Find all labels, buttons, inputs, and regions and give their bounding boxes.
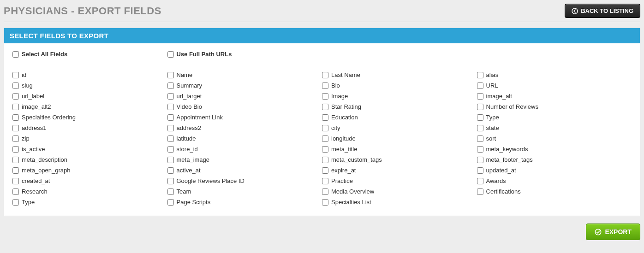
field-checkbox[interactable] [322,93,328,100]
field-item[interactable]: Video Bio [167,101,322,112]
field-checkbox[interactable] [167,157,174,163]
field-item[interactable]: Name [167,70,322,80]
field-item[interactable]: state [477,123,632,133]
field-item[interactable]: meta_keywords [477,144,632,154]
field-item[interactable]: Team [167,186,322,197]
field-item[interactable]: Practice [322,176,477,186]
field-checkbox[interactable] [12,146,19,153]
field-item[interactable]: latitude [167,133,322,144]
field-item[interactable]: Type [477,112,632,123]
full-path-checkbox[interactable] [167,51,174,58]
field-item[interactable]: URL [477,80,632,91]
field-item[interactable]: city [322,123,477,133]
field-checkbox[interactable] [322,157,328,163]
field-item[interactable]: Awards [477,176,632,186]
field-item[interactable]: Bio [322,80,477,91]
field-checkbox[interactable] [322,72,328,78]
field-checkbox[interactable] [477,125,483,131]
field-checkbox[interactable] [167,114,174,121]
field-item[interactable]: active_at [167,165,322,176]
field-checkbox[interactable] [477,178,483,184]
field-checkbox[interactable] [167,93,174,100]
field-item[interactable]: zip [12,133,167,144]
field-checkbox[interactable] [12,104,19,110]
field-item[interactable]: expire_at [322,165,477,176]
field-checkbox[interactable] [12,125,19,131]
field-item[interactable]: sort [477,133,632,144]
export-button[interactable]: EXPORT [586,224,640,240]
field-checkbox[interactable] [167,104,174,110]
field-item[interactable]: meta_description [12,154,167,165]
field-item[interactable]: slug [12,80,167,91]
field-checkbox[interactable] [322,135,328,142]
field-item[interactable]: image_alt2 [12,101,167,112]
field-checkbox[interactable] [12,157,19,163]
field-checkbox[interactable] [477,72,483,78]
field-checkbox[interactable] [12,135,19,142]
field-checkbox[interactable] [322,82,328,89]
field-checkbox[interactable] [12,178,19,184]
field-checkbox[interactable] [167,125,174,131]
field-checkbox[interactable] [12,188,19,195]
field-checkbox[interactable] [322,146,328,153]
field-checkbox[interactable] [12,167,19,174]
field-checkbox[interactable] [322,125,328,131]
field-checkbox[interactable] [167,72,174,78]
field-checkbox[interactable] [477,93,483,100]
field-checkbox[interactable] [477,135,483,142]
field-checkbox[interactable] [477,167,483,174]
field-item[interactable]: Appointment Link [167,112,322,123]
field-item[interactable]: alias [477,70,632,80]
field-checkbox[interactable] [477,157,483,163]
field-item[interactable]: Last Name [322,70,477,80]
field-item[interactable]: is_active [12,144,167,154]
field-item[interactable]: url_target [167,91,322,101]
field-item[interactable]: Type [12,197,167,207]
field-item[interactable]: meta_open_graph [12,165,167,176]
field-item[interactable]: address2 [167,123,322,133]
field-checkbox[interactable] [12,72,19,78]
field-checkbox[interactable] [322,104,328,110]
back-to-listing-button[interactable]: BACK TO LISTING [565,4,640,18]
field-checkbox[interactable] [322,114,328,121]
field-checkbox[interactable] [477,188,483,195]
field-item[interactable]: id [12,70,167,80]
field-checkbox[interactable] [167,146,174,153]
select-all-checkbox[interactable] [12,51,19,58]
field-checkbox[interactable] [167,199,174,206]
field-item[interactable]: Media Overview [322,186,477,197]
field-item[interactable]: Star Rating [322,101,477,112]
field-checkbox[interactable] [477,146,483,153]
field-item[interactable]: meta_footer_tags [477,154,632,165]
field-item[interactable]: updated_at [477,165,632,176]
field-item[interactable]: image_alt [477,91,632,101]
field-checkbox[interactable] [477,104,483,110]
field-checkbox[interactable] [322,188,328,195]
field-item[interactable]: Research [12,186,167,197]
field-checkbox[interactable] [12,82,19,89]
field-item[interactable]: address1 [12,123,167,133]
field-checkbox[interactable] [167,167,174,174]
field-checkbox[interactable] [477,114,483,121]
field-item[interactable]: store_id [167,144,322,154]
field-item[interactable]: Number of Reviews [477,101,632,112]
field-item[interactable]: longitude [322,133,477,144]
field-checkbox[interactable] [167,188,174,195]
field-checkbox[interactable] [322,199,328,206]
field-item[interactable]: Page Scripts [167,197,322,207]
field-checkbox[interactable] [12,199,19,206]
field-item[interactable]: Specialties List [322,197,477,207]
field-item[interactable]: url_label [12,91,167,101]
field-item[interactable]: Image [322,91,477,101]
field-checkbox[interactable] [12,93,19,100]
field-checkbox[interactable] [167,135,174,142]
field-checkbox[interactable] [322,178,328,184]
field-item[interactable]: Summary [167,80,322,91]
field-item[interactable]: meta_title [322,144,477,154]
field-checkbox[interactable] [167,178,174,184]
field-item[interactable]: Certifications [477,186,632,197]
field-item[interactable]: Education [322,112,477,123]
field-checkbox[interactable] [322,167,328,174]
select-all-option[interactable]: Select All Fields [12,49,167,59]
field-checkbox[interactable] [477,82,483,89]
